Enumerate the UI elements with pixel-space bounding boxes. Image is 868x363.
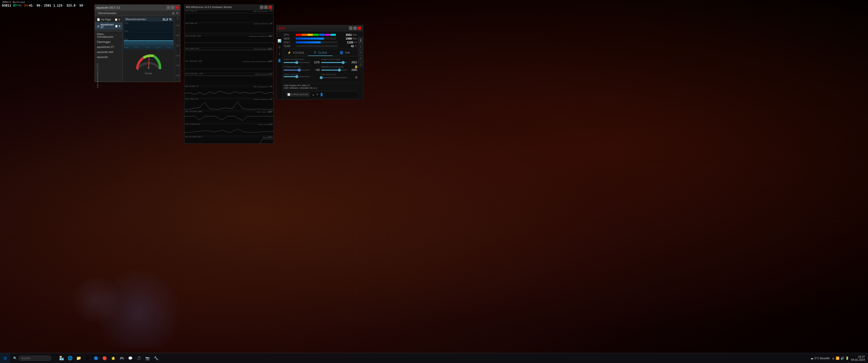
msi-osd-close[interactable]: × [358, 27, 361, 30]
aquasuite-settings-icon[interactable]: ⚙ [176, 11, 179, 15]
taskbar-icon-settings[interactable]: ⚙ [83, 354, 91, 362]
taskbar-clock[interactable]: 19:37 04.01.2024 [851, 355, 865, 361]
aquasuite-minimize-btn[interactable]: − [166, 6, 170, 9]
sidebar-icon-info[interactable]: ℹ [278, 52, 281, 57]
msi-osd-maximize[interactable]: □ [353, 27, 357, 30]
battery-icon[interactable]: 🔋 [845, 357, 849, 360]
sidebar-icon-main[interactable]: 📊 [277, 38, 282, 43]
app4-icon: 🎮 [120, 356, 124, 360]
app2-icon: 🔴 [102, 356, 107, 360]
msi-monitor-maximize[interactable]: □ [264, 5, 268, 9]
taskbar-icon-app2[interactable]: 🔴 [100, 354, 108, 362]
aquasuite-sidebar-aquastream[interactable]: 🖨 aquastream XT 📋 ⚙ [95, 22, 122, 30]
profile-up-icon[interactable]: ▲ [312, 93, 315, 96]
frame-counter: 03011 [2, 4, 11, 7]
sidebar-icon-profile[interactable]: 👤 [277, 58, 282, 63]
temp-unit: °C [354, 45, 357, 47]
core-clock-track[interactable] [321, 62, 347, 63]
taskbar-icon-windows[interactable]: 🏪 [58, 354, 66, 362]
aquasuite-sidebar-datalogger[interactable]: Datenlogger [95, 40, 122, 44]
right-val-6: -0,75 [176, 75, 180, 76]
aquasuite-maximize-btn[interactable]: □ [171, 6, 174, 9]
aquasuite-add-icon[interactable]: ⊕ [172, 11, 175, 15]
aquasuite-sidebar-aquastream2[interactable]: aquastream XT [95, 45, 122, 50]
core-voltage-thumb[interactable] [295, 61, 298, 64]
side-number-1[interactable]: 1 [358, 37, 363, 43]
aquasuite-nav-overview[interactable]: Übersichtsseiten [96, 11, 118, 15]
gpu-name: AMD Radeon RX 6900 XT [284, 84, 357, 87]
start-button[interactable]: ⊞ [0, 353, 10, 363]
aquastream-icon-2: 📋 [115, 25, 118, 28]
aquasuite-sidebar-quickview[interactable]: Daten-Schnellansicht [95, 32, 122, 39]
aquasuite-sidebar-web[interactable]: aquasuite web [95, 50, 122, 55]
msi-separator-2 [284, 83, 357, 83]
side-number-2[interactable]: 2 [358, 43, 363, 50]
volume-icon[interactable]: 🔊 [840, 357, 844, 360]
mem-clock-thumb[interactable] [338, 69, 341, 72]
fan-speed-track[interactable] [321, 77, 347, 78]
msi-monitor-close[interactable]: × [269, 5, 272, 9]
core-voltage-track[interactable] [284, 62, 310, 63]
volt-value: 1125 [339, 41, 353, 44]
y-label-2: 22,5 [124, 30, 131, 32]
gpu-volt-stat-min: Min: 0.000 Max: 1.125 [185, 73, 203, 75]
overlay-3dmark: 3DMark Workload 03011 87 FPS GPU 41 ° 99… [0, 0, 87, 8]
profile-down-icon[interactable]: ▼ [316, 93, 319, 96]
msi-osd-minimize[interactable]: − [349, 27, 352, 30]
taskbar-search-input[interactable] [19, 356, 51, 361]
aquasuite-body: 📄 my Page 📋 ⚙ 🖨 aquastream XT 📋 ⚙ Daten-… [95, 16, 180, 82]
power-limit-track[interactable] [284, 70, 310, 71]
temp-limit-thumb[interactable] [295, 75, 298, 78]
taskbar-icon-app7[interactable]: 📷 [143, 354, 151, 362]
taskbar-icon-app5[interactable]: 💬 [126, 354, 134, 362]
gpu-volt-row: GPU Spannung, V Min: 0.000 Max: 1.125 1.… [184, 73, 274, 86]
taskbar-icon-app4[interactable]: 🎮 [118, 354, 126, 362]
windows-store-icon: 🏪 [59, 356, 64, 361]
aquasuite-sidebar-main[interactable]: aquasuite [95, 55, 122, 60]
right-val-5: -0,50 [176, 65, 180, 66]
cpu-clock-row: CPU clock, MHz Min: 3775 Max: 4550 4550 [184, 111, 274, 123]
taskbar-weather[interactable]: ☁ 5°C Bewölkt [810, 356, 830, 360]
fan-speed-thumb[interactable] [320, 76, 323, 79]
msi-osd-body-wrapper: 📊 ⚙ ℹ 👤 CPU [277, 31, 363, 99]
curve-editor-button[interactable]: 📈 CURVE EDITOR [286, 93, 310, 97]
system-tray: ▲ 📶 🔊 🔋 [832, 357, 849, 360]
gpu-load-canvas [184, 24, 274, 34]
sidebar-icon-settings[interactable]: ⚙ [277, 45, 282, 50]
chart-line [124, 40, 173, 41]
gpu-temp-row: GPU Temperatur, °C Min: 0 Max: 43 41 [184, 10, 274, 23]
taskbar-icon-edge[interactable]: 🌐 [66, 354, 74, 362]
side-number-3[interactable]: 3 [358, 50, 363, 56]
taskbar-icon-app3[interactable]: ⭐ [109, 354, 117, 362]
aquasuite-close-btn[interactable]: × [175, 6, 179, 9]
aquasuite-sidebar-mypage[interactable]: 📄 my Page 📋 ⚙ [95, 17, 122, 22]
side-number-5[interactable]: 5 [358, 62, 363, 68]
voltage-icon: ⚡ [287, 51, 291, 55]
core-clock-thumb[interactable] [342, 61, 345, 64]
slider-power-group: POWER LIMIT (%) +15 [284, 66, 320, 72]
msi-monitor-minimize[interactable]: − [260, 5, 264, 9]
msi-cpu-metric: CPU 2501 MHz [284, 33, 357, 36]
tab-voltage[interactable]: ⚡ VOLTAGE [284, 50, 308, 56]
taskbar-icon-explorer[interactable]: 📁 [75, 354, 83, 362]
taskbar-icon-app6[interactable]: 🎵 [135, 354, 143, 362]
mem-clock-fill [321, 70, 339, 71]
tray-icon-1[interactable]: ▲ [832, 357, 835, 360]
mem-clock-track[interactable] [321, 70, 347, 71]
water-temp-title: Wassertemperatur [125, 18, 146, 21]
gpu-temp-label: GPU [24, 4, 29, 7]
network-icon[interactable]: 📶 [836, 357, 839, 360]
profile-user-icon[interactable]: 👤 [320, 93, 323, 96]
slider-core-clock-group: CORE CLOCK (MHz) 2501 [321, 58, 357, 65]
tab-clock[interactable]: ⏱ CLOCK [308, 50, 333, 56]
cpu-load-stat-min: Min: 0 Max: 100 [185, 98, 198, 100]
lock-icon[interactable]: 🔒 [354, 65, 358, 68]
temp-limit-track[interactable] [284, 76, 310, 77]
power-limit-thumb[interactable] [298, 69, 301, 72]
taskbar-icon-app8[interactable]: 🔧 [152, 354, 160, 362]
power-limit-value: +15 [311, 69, 320, 71]
slider-grid-row2: POWER LIMIT (%) +15 MEMORY CLOCK (MHz) [284, 66, 357, 72]
taskbar-icon-app1[interactable]: 🔵 [92, 354, 100, 362]
side-number-4[interactable]: 4 [358, 56, 363, 62]
tab-fan[interactable]: 🌀 FAN [333, 50, 357, 56]
